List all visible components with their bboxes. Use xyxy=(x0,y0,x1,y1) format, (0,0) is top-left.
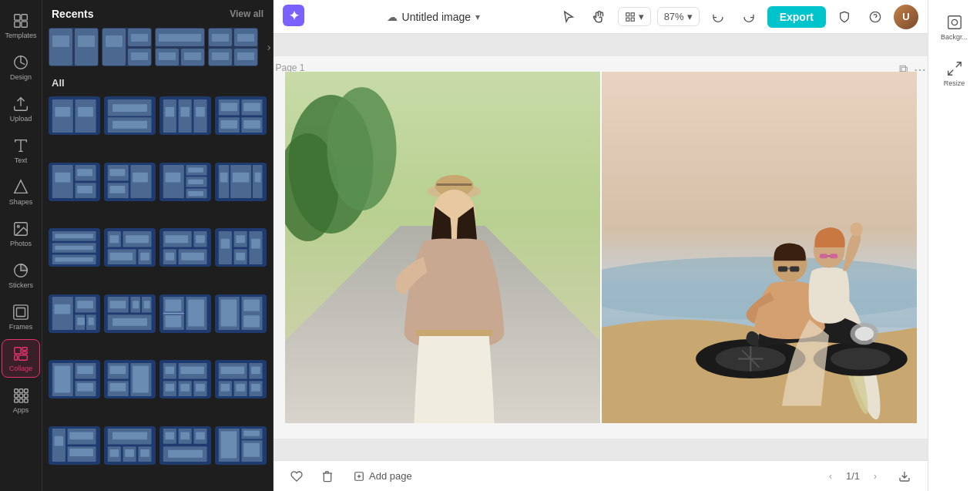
svg-rect-75 xyxy=(78,169,93,176)
recent-thumb-1[interactable] xyxy=(49,28,99,66)
recent-thumb-3[interactable] xyxy=(155,28,205,66)
app-logo[interactable]: ✦ xyxy=(283,5,304,29)
template-thumb[interactable] xyxy=(49,294,100,333)
template-thumb[interactable] xyxy=(104,228,156,267)
svg-rect-182 xyxy=(251,366,260,374)
select-tool-button[interactable] xyxy=(556,5,581,29)
save-button[interactable] xyxy=(894,466,915,487)
svg-rect-109 xyxy=(110,252,133,260)
template-thumb[interactable] xyxy=(49,96,100,135)
svg-rect-116 xyxy=(196,235,205,243)
all-label: All xyxy=(42,72,273,93)
template-thumb[interactable] xyxy=(215,426,267,465)
template-thumb[interactable] xyxy=(104,294,156,333)
template-thumb[interactable] xyxy=(104,360,156,399)
svg-rect-48 xyxy=(237,52,254,60)
template-thumb[interactable] xyxy=(215,294,267,333)
svg-rect-163 xyxy=(110,365,126,374)
add-page-button[interactable]: Add page xyxy=(347,467,418,485)
template-thumb[interactable] xyxy=(159,360,211,399)
svg-rect-140 xyxy=(133,301,139,308)
template-thumb[interactable] xyxy=(159,163,211,201)
background-panel-item[interactable]: Backgr... xyxy=(931,6,978,49)
template-thumb[interactable] xyxy=(49,360,100,399)
zoom-button[interactable]: 87% ▾ xyxy=(657,7,700,26)
resize-panel-item[interactable]: Resize xyxy=(931,52,978,96)
hand-tool-button[interactable] xyxy=(587,5,612,29)
sidebar-item-upload[interactable]: Upload xyxy=(2,89,40,128)
document-title[interactable]: Untitled image xyxy=(402,11,472,23)
svg-rect-74 xyxy=(55,173,71,183)
svg-rect-213 xyxy=(244,443,260,457)
user-avatar[interactable]: U xyxy=(894,5,918,29)
sidebar-item-shapes[interactable]: Shapes xyxy=(2,173,40,211)
svg-rect-204 xyxy=(166,432,175,439)
layout-button[interactable]: ▾ xyxy=(618,7,651,26)
svg-rect-16 xyxy=(15,388,18,392)
svg-rect-152 xyxy=(244,300,260,311)
collage-image-right[interactable] xyxy=(602,72,917,423)
sidebar-item-stickers[interactable]: Stickers xyxy=(2,256,40,294)
undo-button[interactable] xyxy=(706,5,730,29)
svg-text:✦: ✦ xyxy=(289,9,300,22)
page-count: 1/1 xyxy=(846,470,860,482)
add-to-favorites-button[interactable] xyxy=(286,466,307,487)
trash-button[interactable] xyxy=(317,466,338,487)
bottom-bar: Add page ‹ 1/1 › xyxy=(274,460,928,491)
prev-page-button[interactable]: ‹ xyxy=(821,467,840,486)
svg-rect-151 xyxy=(221,300,237,327)
svg-rect-1 xyxy=(22,14,27,19)
template-thumb[interactable] xyxy=(215,96,267,135)
toolbar-right: ▾ 87% ▾ Export xyxy=(556,5,918,29)
svg-rect-171 xyxy=(166,366,175,374)
template-thumb[interactable] xyxy=(159,96,211,135)
collage-canvas[interactable] xyxy=(285,72,917,423)
help-icon[interactable] xyxy=(863,5,888,29)
svg-rect-164 xyxy=(133,365,149,392)
template-thumb[interactable] xyxy=(159,426,211,465)
template-thumb[interactable] xyxy=(104,163,156,201)
template-thumb[interactable] xyxy=(104,426,156,465)
view-all-link[interactable]: View all xyxy=(230,8,263,19)
sidebar-item-design[interactable]: Design xyxy=(2,48,40,86)
export-button[interactable]: Export xyxy=(767,6,826,28)
scroll-right-arrow[interactable]: › xyxy=(261,28,274,66)
main-area: ✦ ☁ Untitled image ▾ xyxy=(274,0,928,491)
template-thumb[interactable] xyxy=(215,360,267,399)
svg-rect-90 xyxy=(189,191,204,196)
sidebar-item-apps[interactable]: Apps xyxy=(2,381,40,419)
sidebar-item-templates[interactable]: Templates xyxy=(2,6,40,45)
template-thumb[interactable] xyxy=(215,163,267,201)
svg-rect-23 xyxy=(19,399,23,402)
template-thumb[interactable] xyxy=(104,96,156,135)
sidebar-item-photos[interactable]: Photos xyxy=(2,214,40,253)
svg-rect-46 xyxy=(237,34,254,42)
template-thumb[interactable] xyxy=(159,228,211,267)
recent-thumb-4[interactable] xyxy=(208,28,258,66)
svg-rect-32 xyxy=(106,35,123,47)
svg-rect-107 xyxy=(110,235,119,243)
redo-button[interactable] xyxy=(737,5,761,29)
recent-thumb-2[interactable] xyxy=(102,28,152,66)
svg-rect-20 xyxy=(19,394,23,398)
template-thumb[interactable] xyxy=(215,228,267,267)
sidebar-item-text[interactable]: Text xyxy=(2,131,40,170)
svg-rect-60 xyxy=(166,106,175,116)
sidebar-item-collage[interactable]: Collage xyxy=(2,339,40,378)
template-thumb[interactable] xyxy=(49,228,100,267)
template-thumb[interactable] xyxy=(159,294,211,333)
template-thumb[interactable] xyxy=(49,163,100,201)
next-page-button[interactable]: › xyxy=(866,467,884,486)
collage-image-left[interactable] xyxy=(285,72,602,423)
svg-point-7 xyxy=(17,225,19,227)
svg-rect-9 xyxy=(14,304,28,318)
svg-rect-184 xyxy=(237,383,246,391)
svg-rect-157 xyxy=(55,365,71,392)
shield-icon[interactable] xyxy=(832,5,857,29)
sidebar-item-frames[interactable]: Frames xyxy=(2,298,40,336)
template-thumb[interactable] xyxy=(49,426,100,465)
title-chevron-icon[interactable]: ▾ xyxy=(475,12,480,22)
top-toolbar: ✦ ☁ Untitled image ▾ xyxy=(274,0,928,34)
svg-rect-88 xyxy=(189,168,204,173)
canvas-area[interactable]: Page 1 ⧉ ⋯ xyxy=(274,34,928,460)
